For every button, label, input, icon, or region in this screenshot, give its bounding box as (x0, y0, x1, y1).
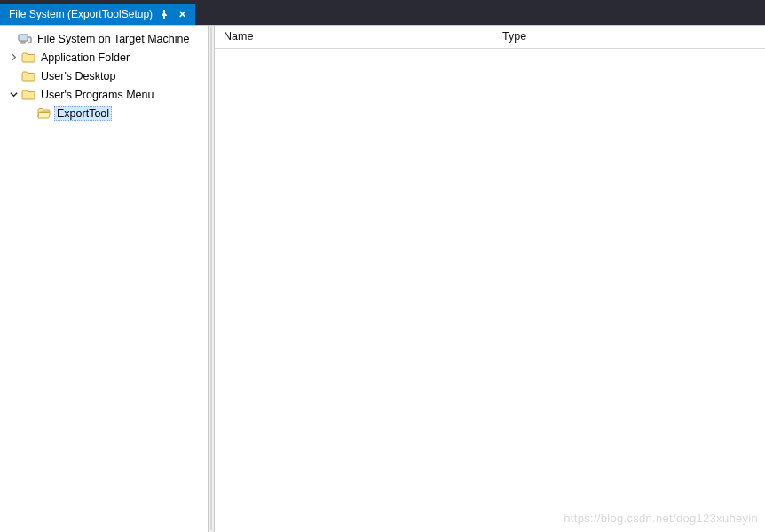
column-headers: Name Type (215, 26, 765, 49)
tree-root-label: File System on Target Machine (35, 33, 192, 45)
pane-splitter[interactable] (208, 26, 215, 532)
panel-body: File System on Target Machine (0, 25, 765, 532)
tab-strip: File System (ExportToolSetup) ✕ (0, 4, 765, 25)
expander-placeholder (4, 34, 15, 44)
tab-title: File System (ExportToolSetup) (9, 8, 153, 20)
pin-icon[interactable] (158, 8, 170, 20)
list-body[interactable] (215, 49, 765, 532)
tree-item-label: ExportTool (54, 106, 112, 121)
tree-item-label: Application Folder (38, 51, 132, 64)
tree-item-label: User's Desktop (38, 70, 118, 82)
tree-item-application-folder[interactable]: Application Folder (2, 48, 206, 66)
expander-placeholder (24, 108, 35, 119)
tab-file-system[interactable]: File System (ExportToolSetup) ✕ (0, 4, 195, 25)
column-header-label: Name (224, 30, 253, 43)
folder-tree: File System on Target Machine (2, 29, 206, 122)
tree-item-export-tool[interactable]: ExportTool (2, 104, 206, 122)
expander-placeholder (8, 71, 19, 82)
svg-rect-3 (21, 42, 25, 43)
column-header-type[interactable]: Type (493, 26, 765, 48)
close-icon[interactable]: ✕ (176, 8, 188, 20)
tree-item-user-programs-menu[interactable]: User's Programs Menu (2, 85, 206, 104)
tree-item-label: User's Programs Menu (38, 89, 156, 101)
svg-rect-1 (20, 35, 27, 40)
tree-item-user-desktop[interactable]: User's Desktop (2, 66, 206, 85)
tree-root[interactable]: File System on Target Machine (2, 29, 206, 48)
machine-icon (18, 32, 32, 46)
svg-rect-2 (28, 37, 32, 43)
tree-pane[interactable]: File System on Target Machine (0, 26, 208, 532)
folder-icon (21, 51, 35, 65)
list-pane: Name Type (215, 26, 765, 532)
column-header-label: Type (502, 30, 526, 43)
window-frame: File System (ExportToolSetup) ✕ (0, 0, 765, 532)
folder-icon (21, 88, 35, 102)
chevron-right-icon[interactable] (8, 52, 19, 63)
folder-open-icon (37, 106, 51, 121)
chevron-down-icon[interactable] (8, 90, 19, 100)
folder-icon (21, 69, 35, 83)
column-header-name[interactable]: Name (215, 26, 493, 48)
